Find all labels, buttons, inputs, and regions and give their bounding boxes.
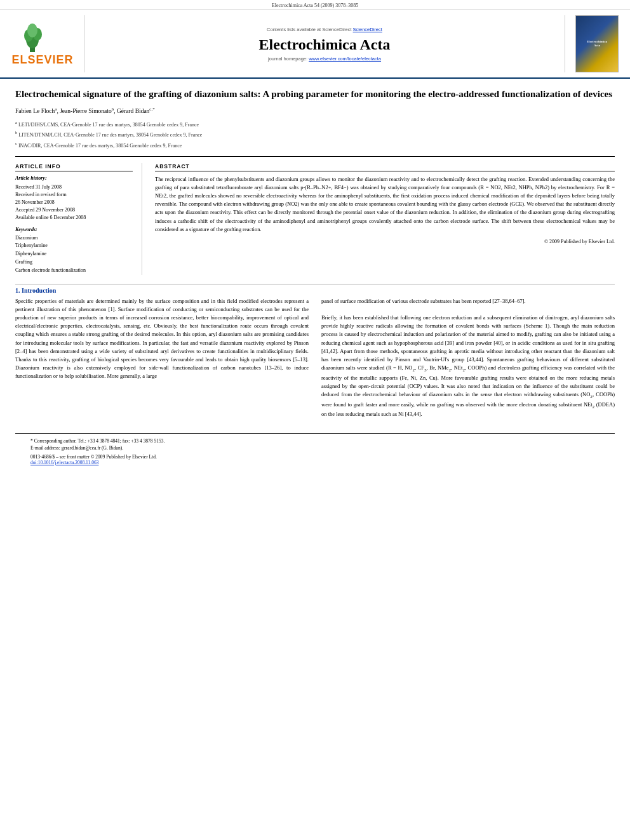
affiliation-c: c INAC/DIR, CEA-Grenoble 17 rue des mart… (15, 140, 615, 150)
received-date: Received 31 July 2008 (15, 183, 133, 191)
body-right-col: panel of surface modification of various… (321, 297, 615, 419)
section1-title: 1. Introduction (15, 287, 615, 294)
elsevier-tree-logo (23, 22, 62, 53)
copyright-line: © 2009 Published by Elsevier Ltd. (155, 239, 615, 244)
section1-right-text: panel of surface modification of various… (321, 297, 615, 419)
elsevier-header: ELSEVIER Contents lists available at Sci… (0, 10, 630, 79)
svg-point-4 (27, 23, 37, 37)
abstract-text: The reciprocal influence of the phenylsu… (155, 175, 615, 234)
corresponding-author-note: * Corresponding author. Tel.: +33 4 3878… (30, 437, 600, 452)
article-info-abstract-section: ARTICLE INFO Article history: Received 3… (15, 163, 615, 275)
journal-homepage-line: journal homepage: www.elsevier.com/locat… (268, 56, 381, 62)
cover-title-text: ElectrochimicaActa (587, 40, 607, 48)
page-container: Electrochimica Acta 54 (2009) 3078–3085 … (0, 0, 630, 469)
journal-top-bar: Electrochimica Acta 54 (2009) 3078–3085 (0, 0, 630, 10)
available-online-date: Available online 6 December 2008 (15, 214, 133, 222)
body-left-col: Specific properties of materials are det… (15, 297, 309, 419)
divider (15, 156, 615, 157)
article-history-label: Article history: (15, 175, 133, 181)
journal-main-title: Electrochimica Acta (259, 36, 391, 53)
affiliation-b: b LITEN/DTNM/LCH, CEA-Grenoble 17 rue de… (15, 130, 615, 139)
journal-citation: Electrochimica Acta 54 (2009) 3078–3085 (272, 3, 358, 8)
section1-left-text: Specific properties of materials are det… (15, 297, 309, 381)
article-title: Electrochemical signature of the graftin… (15, 88, 615, 100)
section-divider (15, 284, 615, 284)
affiliation-a: a LETI/DIHS/LCMS, CEA-Grenoble 17 rue de… (15, 119, 615, 129)
body-two-col: Specific properties of materials are det… (15, 297, 615, 419)
elsevier-logo-area: ELSEVIER (8, 15, 77, 72)
keywords-section: Keywords: Diazonium Triphenylamine Diphe… (15, 227, 133, 275)
sciencedirect-link[interactable]: ScienceDirect (353, 27, 382, 32)
article-info-head: ARTICLE INFO (15, 163, 133, 171)
abstract-head: ABSTRACT (155, 163, 615, 171)
article-info-col: ARTICLE INFO Article history: Received 3… (15, 163, 142, 275)
footer-copyright-line: 0013-4686/$ – see front matter © 2009 Pu… (30, 454, 600, 465)
article-content: Electrochemical signature of the graftin… (0, 79, 630, 284)
keyword-3: Diphenylamine (15, 250, 133, 258)
elsevier-logo-text: ELSEVIER (11, 53, 73, 67)
received-revised-date: 26 November 2008 (15, 199, 133, 206)
doi-text[interactable]: doi:10.1016/j.electacta.2008.11.063 (30, 460, 98, 465)
journal-title-area: Contents lists available at ScienceDirec… (84, 15, 565, 72)
journal-homepage-link[interactable]: www.elsevier.com/locate/electacta (309, 56, 381, 62)
keyword-4: Grafting (15, 258, 133, 267)
authors-line: Fabien Le Flocha, Jean-Pierre Simonatob,… (15, 107, 615, 116)
received-revised-label: Received in revised form (15, 191, 133, 199)
journal-cover-image: ElectrochimicaActa (575, 15, 619, 72)
keyword-5: Carbon electrode functionalization (15, 267, 133, 275)
keywords-label: Keywords: (15, 227, 133, 232)
abstract-col: ABSTRACT The reciprocal influence of the… (155, 163, 615, 275)
accepted-date: Accepted 29 November 2008 (15, 206, 133, 214)
keyword-1: Diazonium (15, 234, 133, 243)
article-footer: * Corresponding author. Tel.: +33 4 3878… (15, 433, 615, 470)
sciencedirect-line: Contents lists available at ScienceDirec… (267, 27, 382, 32)
article-body: 1. Introduction Specific properties of m… (0, 287, 630, 428)
keyword-2: Triphenylamine (15, 242, 133, 250)
journal-cover-area: ElectrochimicaActa (572, 15, 622, 72)
